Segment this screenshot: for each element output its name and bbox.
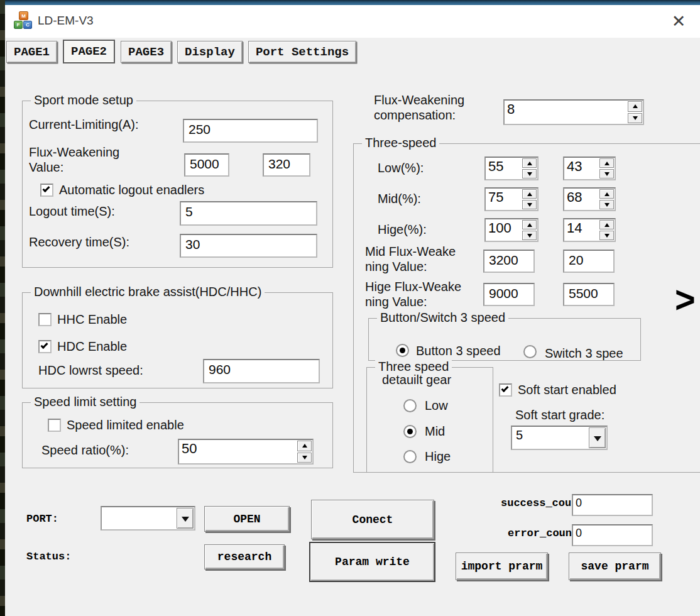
gear-mid-radio[interactable] [403, 425, 417, 438]
spin-up-icon [604, 190, 610, 196]
logout-time-input[interactable]: 5 [180, 201, 317, 226]
speed-ratio-value[interactable]: 50 [179, 440, 297, 463]
auto-logout-checkbox[interactable] [40, 184, 53, 197]
error-count-input[interactable]: 0 [572, 524, 653, 546]
save-param-button[interactable]: save prarm [569, 553, 661, 580]
spin-down-icon [604, 172, 610, 179]
speed-ratio-spinner[interactable]: 50 [178, 439, 314, 465]
mid-value-1[interactable]: 75 [486, 189, 522, 210]
spin-down-button[interactable] [599, 169, 614, 179]
flux-comp-value[interactable]: 8 [505, 101, 627, 124]
flux-comp-spinner[interactable]: 8 [503, 99, 644, 125]
mid-flux-input-1[interactable]: 3200 [483, 250, 535, 273]
hhc-enable-checkbox[interactable] [38, 313, 52, 326]
hdc-lowest-speed-label: HDC lowrst speed: [38, 363, 143, 378]
recovery-time-input[interactable]: 30 [180, 234, 317, 258]
dropdown-button[interactable] [589, 427, 606, 448]
spin-up-icon [527, 190, 532, 196]
spin-up-button[interactable] [599, 158, 614, 168]
gear-hige-radio[interactable] [403, 450, 417, 463]
tab-page3[interactable]: PAGE3 [121, 41, 172, 63]
group-hdc: Downhill electric brake assist(HDC/HHC) … [22, 292, 333, 388]
spin-up-button[interactable] [522, 189, 537, 199]
group-button-switch: Button/Switch 3 speed Button 3 speed Swi… [368, 318, 641, 361]
soft-start-grade-value[interactable]: 5 [512, 427, 588, 449]
tab-port-settings[interactable]: Port Settings [248, 41, 356, 63]
desktop-left-strip [0, 0, 5, 616]
gear-low-radio[interactable] [403, 399, 417, 412]
recovery-time-label: Recovery time(S): [29, 235, 129, 250]
tab-page2[interactable]: PAGE2 [63, 40, 115, 63]
hige-value-2[interactable]: 14 [564, 219, 599, 241]
soft-start-checkbox[interactable] [499, 383, 512, 397]
spin-down-icon [604, 234, 610, 240]
tab-page1[interactable]: PAGE1 [6, 41, 57, 63]
hdc-enable-checkbox[interactable] [38, 340, 52, 353]
import-param-button[interactable]: import prarm [456, 553, 548, 580]
spin-down-button[interactable] [628, 113, 642, 124]
open-button[interactable]: OPEN [204, 506, 290, 532]
flux-value-input-2[interactable]: 320 [263, 153, 310, 177]
port-label: PORT: [26, 513, 58, 525]
mid-spinner-2[interactable]: 68 [563, 187, 616, 211]
tab-display[interactable]: Display [177, 41, 243, 63]
app-icon: M F C [14, 11, 33, 30]
spin-down-button[interactable] [599, 231, 614, 240]
hige-spinner-1[interactable]: 100 [484, 218, 539, 242]
spin-up-button[interactable] [297, 441, 312, 451]
button-3-speed-radio[interactable] [396, 344, 409, 357]
window-title: LD-EM-V3 [38, 14, 94, 28]
low-value-2[interactable]: 43 [564, 158, 599, 179]
success-count-input[interactable]: 0 [572, 494, 653, 516]
group-sport-mode: Sport mode setup Current-Limiting(A): 25… [22, 101, 333, 268]
low-spinner-2[interactable]: 43 [563, 157, 616, 180]
spin-up-button[interactable] [522, 220, 537, 229]
current-limiting-input[interactable]: 250 [183, 119, 318, 143]
research-button[interactable]: research [204, 544, 285, 569]
low-value-1[interactable]: 55 [486, 158, 522, 179]
spin-down-icon [527, 203, 532, 209]
chevron-down-icon [182, 517, 189, 525]
spin-up-button[interactable] [599, 220, 614, 229]
group-default-gear-title: Three speed [375, 360, 452, 374]
flux-value-input-1[interactable]: 5000 [184, 153, 229, 177]
hige-flux-input-1[interactable]: 9000 [483, 283, 535, 306]
spin-up-icon [527, 159, 532, 165]
gear-low-label: Low [425, 399, 448, 413]
mid-flux-input-2[interactable]: 20 [563, 250, 615, 273]
tab-bar: PAGE1 PAGE2 PAGE3 Display Port Settings [6, 41, 356, 63]
hige-flux-input-2[interactable]: 5500 [563, 283, 615, 306]
hige-spinner-2[interactable]: 14 [563, 218, 616, 242]
spin-up-button[interactable] [628, 101, 642, 112]
hdc-lowest-speed-input[interactable]: 960 [203, 359, 320, 383]
speed-limited-checkbox[interactable] [48, 419, 61, 432]
spin-down-icon [527, 234, 532, 240]
spin-down-button[interactable] [522, 200, 537, 209]
spin-up-icon [604, 221, 610, 227]
mid-value-2[interactable]: 68 [564, 189, 599, 210]
hige-flux-label-line2: ning Value: [365, 295, 427, 309]
port-select[interactable] [101, 506, 195, 531]
flux-value-label-line2: Value: [29, 160, 63, 175]
spin-down-button[interactable] [297, 453, 312, 463]
overflow-arrow[interactable]: > [675, 278, 696, 321]
low-spinner-1[interactable]: 55 [484, 157, 539, 180]
spin-down-button[interactable] [522, 169, 537, 179]
soft-start-grade-select[interactable]: 5 [511, 426, 608, 450]
switch-3-speed-radio[interactable] [523, 345, 537, 358]
port-value[interactable] [102, 507, 176, 529]
spin-down-button[interactable] [522, 231, 537, 240]
gear-hige-label: Hige [425, 449, 451, 464]
spin-up-button[interactable] [522, 158, 537, 168]
group-sport-mode-title: Sport mode setup [31, 93, 136, 107]
check-icon [42, 185, 50, 192]
connect-button[interactable]: Conect [311, 500, 434, 539]
flux-comp-spin-buttons [627, 101, 643, 124]
mid-spinner-1[interactable]: 75 [484, 187, 539, 211]
spin-up-button[interactable] [599, 189, 614, 199]
dropdown-button[interactable] [177, 508, 194, 529]
param-write-button[interactable]: Param write [309, 542, 435, 582]
hige-value-1[interactable]: 100 [486, 219, 522, 241]
spin-down-button[interactable] [599, 200, 614, 209]
close-icon[interactable]: ✕ [666, 10, 691, 33]
